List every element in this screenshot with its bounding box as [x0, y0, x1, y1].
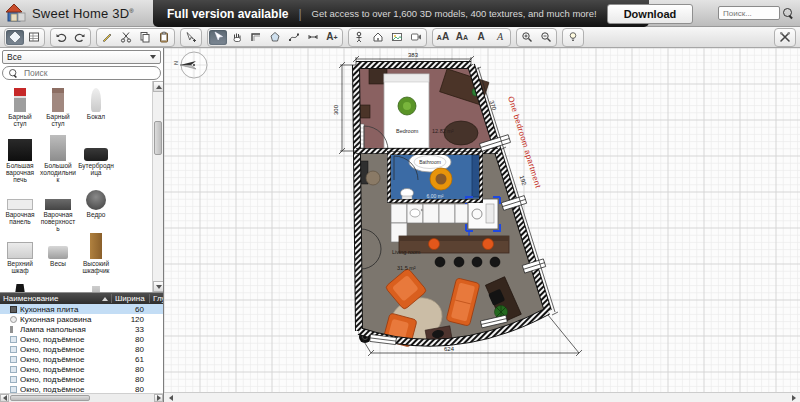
catalog-item[interactable]: Большая варочная печь	[1, 134, 39, 183]
black-hood-icon	[13, 284, 27, 292]
site-search-input[interactable]	[718, 6, 780, 20]
promo-separator: |	[298, 7, 301, 21]
table-row[interactable]: Кухонная плита60	[0, 304, 163, 314]
increase-text-size-button[interactable]: AA	[434, 30, 452, 45]
catalog-item[interactable]: Большой холодильник	[39, 134, 77, 183]
search-icon[interactable]	[783, 8, 794, 19]
category-dropdown[interactable]: Все	[2, 50, 161, 64]
edit-button[interactable]	[98, 30, 116, 45]
add-text-tool-button[interactable]: A+	[323, 30, 341, 45]
window-icon	[10, 366, 17, 373]
scroll-left-button[interactable]	[0, 394, 9, 402]
furniture-sidebar: Все Барный стул Барный стул Бокал Больша…	[0, 48, 164, 402]
table-row[interactable]: Окно, подъёмное61	[0, 354, 163, 364]
catalog-item[interactable]: Барный стул	[39, 85, 77, 134]
living-room-label[interactable]: Living room	[392, 249, 421, 255]
furniture-catalog-toggle-button[interactable]	[6, 30, 24, 45]
svg-text:N: N	[173, 61, 179, 65]
table-row[interactable]: Окно, подъёмное80	[0, 374, 163, 384]
text-letter-glyph: A	[326, 32, 333, 42]
table-row[interactable]: Окно, подъёмное80	[0, 344, 163, 354]
category-value: Все	[7, 52, 22, 62]
column-header-width[interactable]: Ширина	[112, 294, 150, 303]
add-to-plan-button[interactable]	[182, 30, 200, 45]
table-row[interactable]: Кухонная раковина120	[0, 314, 163, 324]
pan-tool-button[interactable]	[228, 30, 246, 45]
cut-button[interactable]	[117, 30, 135, 45]
zoom-in-button[interactable]	[518, 30, 536, 45]
scroll-down-button[interactable]	[153, 281, 163, 292]
catalog-item[interactable]: Бутербродница	[77, 134, 115, 183]
catalog-item[interactable]: Вытяжка	[77, 281, 115, 292]
catalog-item[interactable]: Барный стул	[1, 85, 39, 134]
scroll-right-button[interactable]	[789, 394, 798, 402]
create-rooms-tool-button[interactable]	[266, 30, 284, 45]
table-header[interactable]: Наименование Ширина Глу	[0, 293, 163, 304]
create-polylines-tool-button[interactable]	[285, 30, 303, 45]
catalog-item[interactable]: Высокий шкафчик	[77, 232, 115, 281]
catalog-item[interactable]: Вытяжка	[39, 281, 77, 292]
scroll-left-button[interactable]	[166, 394, 175, 402]
catalog-item[interactable]: Варочная панель	[1, 183, 39, 232]
pouf[interactable]	[366, 171, 380, 185]
plan-canvas[interactable]: N	[164, 48, 800, 402]
create-photo-button[interactable]	[388, 30, 406, 45]
virtual-visit-button[interactable]	[350, 30, 368, 45]
pencil-icon	[101, 31, 113, 43]
scroll-right-button[interactable]	[154, 394, 163, 402]
bathroom-label[interactable]: Bathroom	[419, 159, 441, 165]
promo-banner: Full version available | Get access to o…	[153, 0, 649, 27]
sandwich-maker-icon	[84, 148, 108, 161]
paste-button[interactable]	[155, 30, 173, 45]
table-row[interactable]: Лампа напольная33	[0, 324, 163, 334]
washbasin[interactable]	[430, 168, 452, 190]
bed[interactable]	[384, 74, 429, 148]
app-title: Sweet Home 3D®	[32, 6, 134, 21]
create-video-button[interactable]	[407, 30, 425, 45]
column-header-depth[interactable]: Глу	[150, 294, 163, 303]
undo-button[interactable]	[52, 30, 70, 45]
promo-headline: Full version available	[167, 7, 288, 21]
zoom-out-icon	[540, 31, 552, 43]
column-header-name[interactable]: Наименование	[0, 294, 112, 303]
zoom-out-button[interactable]	[537, 30, 555, 45]
bedroom-label[interactable]: Bedroom	[396, 128, 419, 134]
catalog-item[interactable]: Варочная поверхность	[39, 183, 77, 232]
scroll-thumb[interactable]	[10, 395, 90, 401]
catalog-item[interactable]: Верхний шкаф	[1, 232, 39, 281]
catalog-item[interactable]: Вытяжка	[1, 281, 39, 292]
select-tool-button[interactable]	[209, 30, 227, 45]
table-row[interactable]: Окно, подъёмное80	[0, 384, 163, 393]
toilet[interactable]	[401, 189, 414, 200]
catalog-search-input[interactable]	[22, 67, 155, 79]
bathroom-area: 6.00 m²	[427, 193, 444, 199]
catalog-item[interactable]: Ведро	[77, 183, 115, 232]
tall-cabinet-icon	[90, 233, 102, 259]
catalog-item[interactable]: Весы	[39, 232, 77, 281]
scroll-thumb[interactable]	[154, 121, 162, 155]
hint-button[interactable]	[564, 30, 582, 45]
create-dimensions-tool-button[interactable]	[304, 30, 322, 45]
catalog-scrollbar[interactable]	[152, 81, 163, 292]
bold-button[interactable]: A	[472, 30, 490, 45]
plan-horizontal-scrollbar[interactable]	[164, 392, 800, 402]
aerial-view-button[interactable]	[369, 30, 387, 45]
table-row[interactable]: Окно, подъёмное80	[0, 334, 163, 344]
plus-glyph: +	[334, 34, 338, 41]
furniture-list-toggle-button[interactable]	[25, 30, 43, 45]
scroll-up-button[interactable]	[153, 81, 163, 92]
catalog-item[interactable]: Бокал	[77, 85, 115, 134]
living-room-area: 31.5 m²	[397, 265, 416, 271]
table-row[interactable]: Окно, подъёмное80	[0, 364, 163, 374]
top-banner: Sweet Home 3D® Full version available | …	[0, 0, 800, 27]
download-button[interactable]: Download	[607, 4, 694, 24]
create-walls-tool-button[interactable]	[247, 30, 265, 45]
copy-button[interactable]	[136, 30, 154, 45]
redo-button[interactable]	[71, 30, 89, 45]
app-logo: Sweet Home 3D®	[5, 2, 134, 24]
table-horizontal-scrollbar[interactable]	[0, 393, 163, 402]
decrease-text-size-button[interactable]: AA	[453, 30, 471, 45]
large-fridge-icon	[50, 135, 66, 161]
italic-button[interactable]: A	[491, 30, 509, 45]
preferences-button[interactable]	[776, 30, 794, 45]
